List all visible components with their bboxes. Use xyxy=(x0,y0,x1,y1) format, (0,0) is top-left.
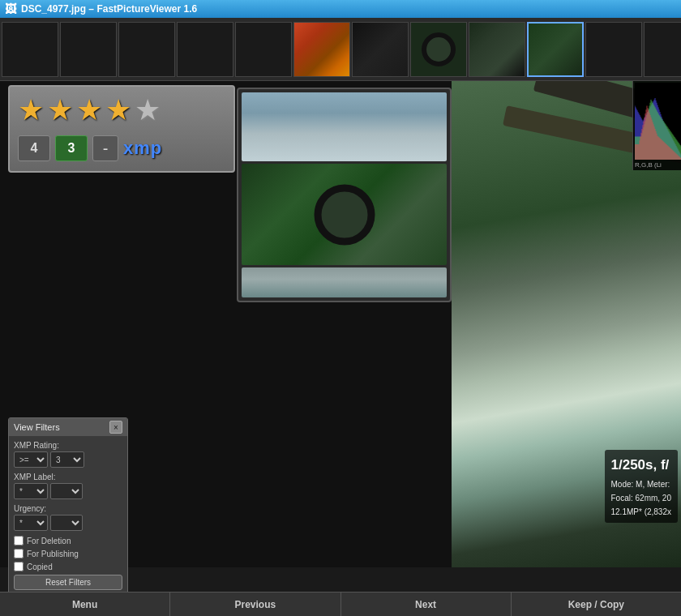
for-deletion-row: For Deletion xyxy=(14,536,122,545)
rating-number[interactable]: 4 xyxy=(18,135,50,161)
histogram-label: R,G,B (Li xyxy=(635,161,662,169)
xmp-rating-label: XMP Rating: xyxy=(14,441,122,450)
histogram-canvas xyxy=(635,83,681,160)
exif-focal: Focal: 62mm, 20 xyxy=(611,491,672,505)
xmp-rating-row: >= <= = > < 1 2 3 4 5 xyxy=(14,451,122,468)
thumb-4[interactable] xyxy=(177,22,233,77)
preview-image-top xyxy=(242,92,447,161)
urgency-value-select[interactable] xyxy=(50,515,83,531)
rating-value-select[interactable]: 1 2 3 4 5 xyxy=(50,451,84,468)
menu-button[interactable]: Menu xyxy=(0,592,170,616)
view-filters-title: View Filters xyxy=(14,422,60,432)
urgency-row: * <= = xyxy=(14,515,122,531)
titlebar: 🖼 DSC_4977.jpg – FastPictureViewer 1.6 xyxy=(0,0,681,18)
thumb-7[interactable] xyxy=(352,22,409,77)
preview-image-bottom xyxy=(242,267,447,297)
thumb-11[interactable] xyxy=(585,22,642,77)
xmp-label-label: XMP Label: xyxy=(14,473,122,481)
exif-mp: 12.1MP* (2,832x xyxy=(611,505,672,519)
preview-image-middle xyxy=(242,164,447,265)
previous-button[interactable]: Previous xyxy=(170,592,340,616)
rating-row: 4 3 - xmp xyxy=(18,135,225,161)
thumb-9[interactable] xyxy=(469,22,525,77)
app-icon: 🖼 xyxy=(5,2,16,15)
for-deletion-checkbox[interactable] xyxy=(14,536,24,545)
for-publishing-label: For Publishing xyxy=(27,550,79,558)
rating-panel: ★ ★ ★ ★ ★ 4 3 - xmp xyxy=(8,85,235,173)
for-deletion-label: For Deletion xyxy=(27,537,71,545)
histogram: R,G,B (Li xyxy=(632,81,681,170)
thumbnail-strip xyxy=(0,18,681,81)
next-button[interactable]: Next xyxy=(341,592,512,616)
xmp-label[interactable]: xmp xyxy=(123,138,162,159)
image-preview-container xyxy=(237,88,452,302)
thumb-5[interactable] xyxy=(235,22,292,77)
star-4[interactable]: ★ xyxy=(105,93,131,127)
bottom-toolbar: Menu Previous Next Keep / Copy xyxy=(0,592,681,616)
star-3[interactable]: ★ xyxy=(76,93,102,127)
window-title: DSC_4977.jpg – FastPictureViewer 1.6 xyxy=(21,3,197,15)
for-publishing-row: For Publishing xyxy=(14,549,122,558)
copied-row: Copied xyxy=(14,562,122,571)
view-filters-header: View Filters × xyxy=(9,418,127,436)
urgency-label: Urgency: xyxy=(14,504,122,513)
reset-filters-button[interactable]: Reset Filters xyxy=(14,575,122,590)
view-filters-body: XMP Rating: >= <= = > < 1 2 3 4 5 XMP La… xyxy=(9,436,127,595)
label-value-select[interactable] xyxy=(50,483,83,499)
view-filters-panel: View Filters × XMP Rating: >= <= = > < 1… xyxy=(8,417,128,596)
for-publishing-checkbox[interactable] xyxy=(14,549,24,558)
thumb-2[interactable] xyxy=(60,22,117,77)
rating-operator-select[interactable]: >= <= = > < xyxy=(14,451,48,468)
label-value[interactable]: 3 xyxy=(55,135,88,161)
star-1[interactable]: ★ xyxy=(18,93,44,127)
thumb-12[interactable] xyxy=(644,22,681,77)
exif-mode: Mode: M, Meter: xyxy=(611,477,672,491)
label-operator-select[interactable]: * <= = xyxy=(14,483,48,499)
xmp-label-row: * <= = xyxy=(14,483,122,499)
thumb-10-active[interactable] xyxy=(527,22,584,77)
star-5[interactable]: ★ xyxy=(135,93,161,127)
main-image: 1/250s, f/ Mode: M, Meter: Focal: 62mm, … xyxy=(452,81,681,567)
thumb-8[interactable] xyxy=(410,22,467,77)
copied-checkbox[interactable] xyxy=(14,562,24,571)
exif-overlay: 1/250s, f/ Mode: M, Meter: Focal: 62mm, … xyxy=(605,450,679,523)
rating-dash[interactable]: - xyxy=(92,135,118,161)
keep-copy-button[interactable]: Keep / Copy xyxy=(512,592,681,616)
exif-shutter: 1/250s, f/ xyxy=(611,454,672,477)
stars-row[interactable]: ★ ★ ★ ★ ★ xyxy=(18,93,225,127)
main-content: ★ ★ ★ ★ ★ 4 3 - xmp View Filters × XMP R… xyxy=(0,81,681,567)
thumb-3[interactable] xyxy=(118,22,175,77)
thumb-6[interactable] xyxy=(293,22,350,77)
urgency-operator-select[interactable]: * <= = xyxy=(14,515,48,531)
thumb-1[interactable] xyxy=(2,22,58,77)
star-2[interactable]: ★ xyxy=(47,93,73,127)
view-filters-close-button[interactable]: × xyxy=(109,421,122,434)
copied-label: Copied xyxy=(27,563,53,571)
